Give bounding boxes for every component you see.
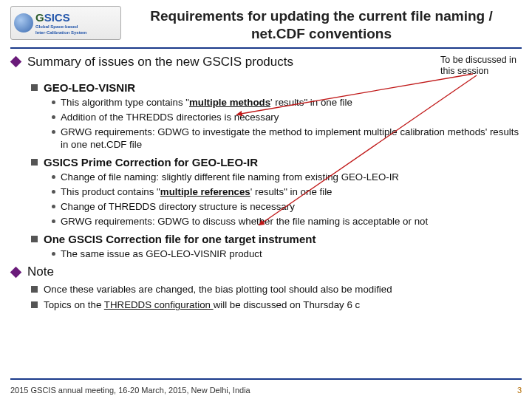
slide: GSICS Global Space-based Inter-Calibrati… (0, 0, 532, 399)
square-bullet-icon (31, 286, 38, 293)
logo-sub1: Global Space-based (35, 24, 86, 29)
note-b2: Topics on the THREDDS configuration will… (31, 299, 522, 310)
logo-prefix: G (35, 11, 44, 24)
t: Addition of the THREDDS directories is n… (61, 111, 279, 123)
t: Change of THREDDS directory structure is… (61, 200, 295, 213)
note-head-text: Note (27, 265, 54, 279)
discuss-note: To be discussed in this session (440, 55, 522, 77)
t: Topics on the (44, 299, 104, 310)
t: multiple methods (189, 97, 270, 108)
dot-icon (52, 219, 55, 223)
page-title: Requirements for updating the current fi… (121, 6, 522, 43)
note-b1: Once these variables are changed, the bi… (31, 284, 522, 295)
t: GRWG requirements: GDWG to discuss wheth… (61, 215, 428, 228)
sec2-b4: GRWG requirements: GDWG to discuss wheth… (52, 215, 522, 228)
t: ' results" in one file (270, 97, 352, 108)
logo: GSICS Global Space-based Inter-Calibrati… (10, 6, 121, 40)
page-number: 3 (517, 386, 522, 395)
dot-icon (52, 115, 55, 119)
square-bullet-icon (31, 159, 38, 166)
t: Change of file naming: slightly differen… (61, 171, 399, 183)
t: multiple references (160, 186, 250, 197)
dot-icon (52, 190, 55, 194)
dot-icon (52, 175, 55, 179)
sec3-b1: The same issue as GEO-LEO-VISNIR product (52, 248, 522, 260)
footer: 2015 GSCIS annual meeting, 16-20 March, … (10, 386, 522, 395)
globe-icon (14, 13, 33, 33)
square-bullet-icon (31, 301, 38, 308)
sec1-b3: GRWG requirements: GDWG to investigate t… (52, 126, 522, 151)
content: Summary of issues on the new GSCIS produ… (10, 49, 522, 311)
diamond-bullet-icon (10, 266, 22, 278)
sec1-b1: This algorithm type contains "multiple m… (52, 96, 522, 109)
sec2-b1: Change of file naming: slightly differen… (52, 171, 522, 183)
t: will be discussed on Thursday 6 c (214, 299, 361, 310)
t: THREDDS configuration (104, 299, 214, 310)
summary-heading: Summary of issues on the new GSCIS produ… (10, 55, 293, 69)
t: This product contains " (61, 186, 160, 197)
square-bullet-icon (31, 84, 38, 91)
square-bullet-icon (31, 236, 38, 242)
t: Once these variables are changed, the bi… (44, 284, 392, 295)
sec3-head: One GSCIS Correction file for one target… (31, 233, 522, 245)
diamond-bullet-icon (10, 56, 22, 68)
footer-rule (10, 378, 522, 380)
sec1-head-text: GEO-LEO-VISNIR (44, 81, 135, 94)
dot-icon (52, 100, 55, 104)
dot-icon (52, 205, 55, 208)
t: GRWG requirements: GDWG to investigate t… (61, 126, 522, 151)
summary-text: Summary of issues on the new GSCIS produ… (27, 55, 293, 69)
t: This algorithm type contains " (61, 97, 189, 108)
logo-text: GSICS Global Space-based Inter-Calibrati… (35, 12, 86, 35)
sec3-head-text: One GSCIS Correction file for one target… (44, 233, 316, 245)
sec2-head-text: GSICS Prime Correction for GEO-LEO-IR (44, 156, 258, 168)
dot-icon (52, 252, 55, 256)
dot-icon (52, 130, 55, 134)
sec2-head: GSICS Prime Correction for GEO-LEO-IR (31, 156, 522, 168)
sec1-head: GEO-LEO-VISNIR (31, 81, 522, 94)
sec1-b2: Addition of the THREDDS directories is n… (52, 111, 522, 123)
t: ' results" in one file (250, 186, 332, 197)
logo-sub2: Inter-Calibration System (35, 30, 86, 35)
t: The same issue as GEO-LEO-VISNIR product (61, 248, 262, 260)
note-heading: Note (10, 265, 522, 279)
footer-text: 2015 GSCIS annual meeting, 16-20 March, … (10, 386, 250, 395)
sec2-b3: Change of THREDDS directory structure is… (52, 200, 522, 213)
logo-main: SICS (44, 11, 70, 24)
header: GSICS Global Space-based Inter-Calibrati… (10, 6, 522, 49)
sec2-b2: This product contains "multiple referenc… (52, 185, 522, 198)
